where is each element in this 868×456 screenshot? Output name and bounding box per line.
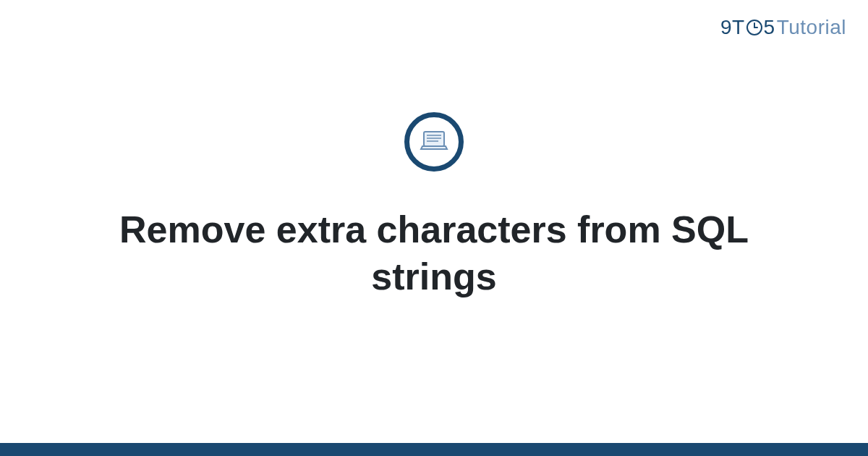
main-content: Remove extra characters from SQL strings — [0, 0, 868, 456]
svg-rect-3 — [424, 132, 444, 146]
footer-bar — [0, 443, 868, 456]
laptop-icon — [418, 124, 450, 159]
page-title: Remove extra characters from SQL strings — [109, 206, 760, 300]
laptop-icon-circle — [404, 112, 464, 172]
